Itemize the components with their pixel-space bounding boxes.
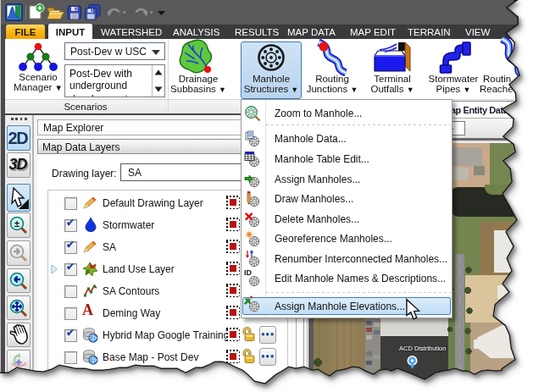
svg-text:±: ± <box>14 218 19 229</box>
svg-text:ID: ID <box>244 268 253 277</box>
